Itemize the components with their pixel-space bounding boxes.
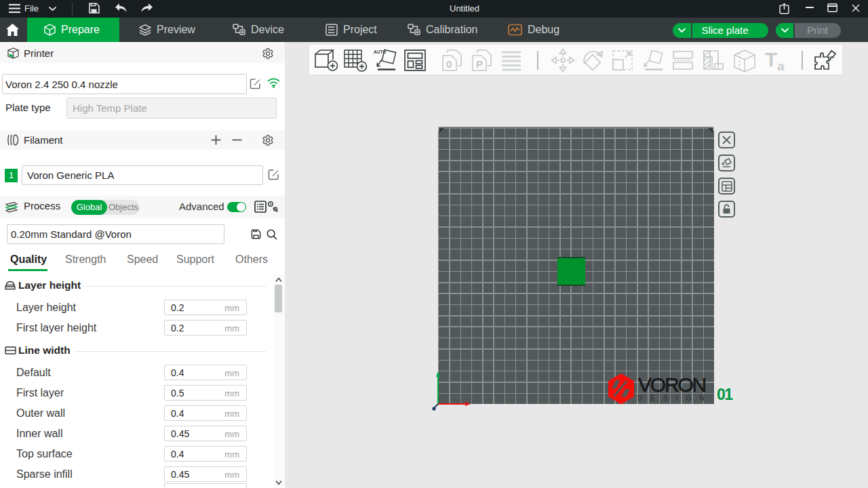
svg-text:T: T <box>765 48 777 70</box>
svg-text:P: P <box>476 58 483 70</box>
svg-text:a: a <box>777 59 785 73</box>
svg-text:0: 0 <box>446 58 452 70</box>
